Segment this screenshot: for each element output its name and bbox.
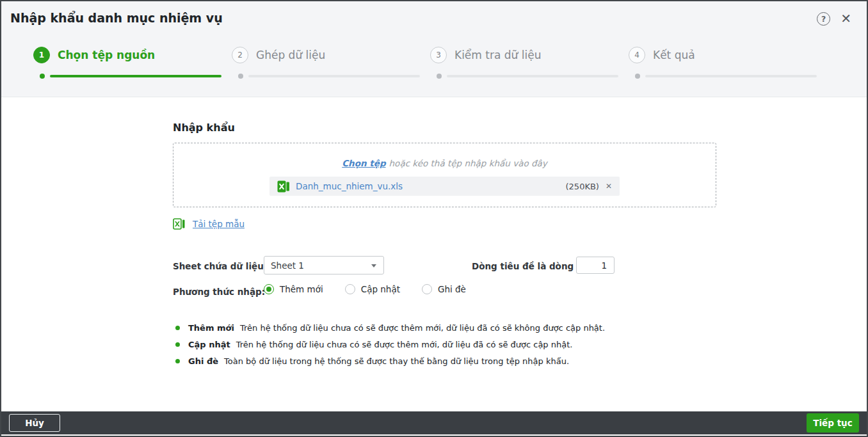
step-1-circle: 1 <box>33 47 50 63</box>
wizard-header: Nhập khẩu danh mục nhiệm vụ ? ✕ 1 Chọn t… <box>1 1 867 97</box>
step-1-progress <box>33 74 232 79</box>
section-title: Nhập khẩu <box>173 122 235 134</box>
dialog-title: Nhập khẩu danh mục nhiệm vụ <box>10 10 223 26</box>
step-3-kiem-tra-du-lieu[interactable]: 3 Kiểm tra dữ liệu <box>430 47 629 79</box>
step-4-progress <box>629 74 827 79</box>
import-method-options: Thêm mới Cập nhật Ghi đè <box>264 284 466 294</box>
file-dropzone[interactable]: Chọn tệphoặc kéo thả tệp nhập khẩu vào đ… <box>173 143 716 207</box>
note-term: Thêm mới <box>188 323 234 333</box>
radio-ghi-de[interactable]: Ghi đè <box>422 284 466 294</box>
step-3-circle: 3 <box>430 47 447 63</box>
note-them-moi: Thêm mới Trên hệ thống dữ liệu chưa có s… <box>175 319 605 336</box>
radio-label-ghi-de: Ghi đè <box>438 284 466 294</box>
radio-icon-ghi-de[interactable] <box>422 284 432 294</box>
import-wizard-dialog: Nhập khẩu danh mục nhiệm vụ ? ✕ 1 Chọn t… <box>0 0 868 437</box>
help-glyph: ? <box>821 14 826 24</box>
note-term: Ghi đè <box>188 356 218 366</box>
step-2-ghep-du-lieu[interactable]: 2 Ghép dữ liệu <box>232 47 430 79</box>
download-template-link[interactable]: Tải tệp mẫu <box>193 219 245 229</box>
step-1-chon-tep-nguon[interactable]: 1 Chọn tệp nguồn <box>33 47 232 79</box>
close-icon[interactable]: ✕ <box>840 12 851 26</box>
cancel-button[interactable]: Hủy <box>9 414 60 432</box>
wizard-footer: Hủy Tiếp tục <box>1 411 867 434</box>
sheet-select[interactable]: Sheet 1 <box>264 256 384 274</box>
step-3-progress <box>430 74 629 79</box>
step-4-label: Kết quả <box>653 49 695 61</box>
step-2-label: Ghép dữ liệu <box>256 49 325 61</box>
dropzone-hint-text: hoặc kéo thả tệp nhập khẩu vào đây <box>389 158 547 168</box>
radio-cap-nhat[interactable]: Cập nhật <box>345 284 400 294</box>
sheet-select-value: Sheet 1 <box>271 260 304 271</box>
choose-file-link[interactable]: Chọn tệp <box>342 158 385 168</box>
remove-file-icon[interactable]: ✕ <box>606 182 612 191</box>
help-icon[interactable]: ? <box>817 12 830 26</box>
step-1-label: Chọn tệp nguồn <box>58 49 155 61</box>
step-4-ket-qua[interactable]: 4 Kết quả <box>629 47 827 79</box>
template-download-row: Tải tệp mẫu <box>173 218 245 230</box>
continue-button[interactable]: Tiếp tục <box>807 413 859 433</box>
note-ghi-de: Ghi đè Toàn bộ dữ liệu trong hệ thống sẽ… <box>175 353 605 369</box>
titlebar-actions: ? ✕ <box>817 12 851 26</box>
import-method-label: Phương thức nhập: <box>173 287 265 297</box>
note-cap-nhat: Cập nhật Trên hệ thống dữ liệu chưa có s… <box>175 336 605 353</box>
header-row-input[interactable] <box>576 257 615 274</box>
chevron-down-icon <box>371 264 376 267</box>
dropzone-hint: Chọn tệphoặc kéo thả tệp nhập khẩu vào đ… <box>173 158 716 168</box>
radio-icon-them-moi[interactable] <box>264 284 274 294</box>
note-desc: Trên hệ thống dữ liệu chưa có sẽ được th… <box>236 340 573 349</box>
note-desc: Trên hệ thống dữ liệu chưa có sẽ được th… <box>240 323 605 333</box>
method-notes-list: Thêm mới Trên hệ thống dữ liệu chưa có s… <box>175 319 605 369</box>
bullet-icon <box>175 359 180 363</box>
radio-icon-cap-nhat[interactable] <box>345 284 355 294</box>
uploaded-file-size: (250KB) <box>566 182 599 191</box>
titlebar: Nhập khẩu danh mục nhiệm vụ ? ✕ <box>1 1 867 26</box>
radio-label-cap-nhat: Cập nhật <box>361 284 400 294</box>
step-indicator: 1 Chọn tệp nguồn 2 Ghép dữ liệu 3 Kiểm t… <box>33 47 867 79</box>
radio-them-moi[interactable]: Thêm mới <box>264 284 323 294</box>
note-desc: Toàn bộ dữ liệu trong hệ thống sẽ được t… <box>224 356 569 366</box>
excel-file-icon <box>277 180 290 193</box>
sheet-select-label: Sheet chứa dữ liệu * <box>173 261 271 271</box>
step-2-circle: 2 <box>232 47 248 63</box>
uploaded-file-chip: Danh_muc_nhiem_vu.xls (250KB) ✕ <box>269 177 620 196</box>
excel-template-icon <box>173 218 186 230</box>
note-term: Cập nhật <box>188 340 230 349</box>
radio-label-them-moi: Thêm mới <box>280 284 323 294</box>
step-3-label: Kiểm tra dữ liệu <box>454 49 541 61</box>
step-2-progress <box>232 74 430 79</box>
uploaded-file-name[interactable]: Danh_muc_nhiem_vu.xls <box>296 181 403 191</box>
bullet-icon <box>175 326 180 330</box>
bullet-icon <box>175 342 180 347</box>
step-4-circle: 4 <box>629 47 645 63</box>
